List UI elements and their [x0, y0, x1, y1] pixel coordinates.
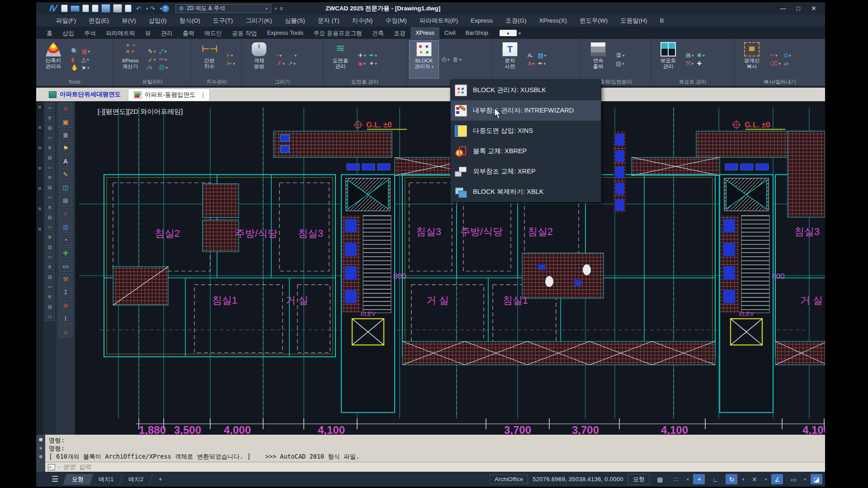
caret-icon[interactable] — [533, 61, 535, 66]
left-toolbar-icon[interactable] — [45, 183, 55, 192]
ribbon-collapse-button[interactable] — [500, 30, 517, 36]
grid-toggle[interactable] — [654, 474, 666, 484]
erase-icon[interactable] — [277, 61, 282, 67]
boundary-copy-button[interactable]: 경계선 복사 — [737, 41, 766, 78]
quickbar-menu-icon[interactable] — [277, 4, 286, 13]
text-style-icon[interactable]: 🅰 — [538, 52, 543, 59]
pen-tool-icon[interactable] — [159, 56, 164, 63]
menu-parametric[interactable]: 파라메트릭(P) — [413, 15, 465, 27]
command-dropdown-icon[interactable] — [58, 465, 60, 469]
layer-match-icon[interactable] — [369, 61, 374, 67]
caret-icon[interactable] — [165, 49, 167, 54]
left-toolbar-icon[interactable] — [45, 252, 55, 261]
block-tool-icon[interactable] — [81, 48, 87, 55]
ribbon-tab-home[interactable]: 홈 — [42, 27, 57, 39]
doc-tab-elevation[interactable]: 아파트-동평입면도 | — [128, 89, 210, 101]
menu-view[interactable]: 뷰(V) — [115, 15, 142, 27]
red-block-icon[interactable] — [277, 52, 279, 59]
dim-style-icon[interactable] — [227, 52, 230, 59]
menu-text[interactable]: 문자 (T) — [311, 15, 346, 27]
pencil-tool-icon[interactable] — [59, 169, 72, 180]
grid-tool-icon[interactable] — [59, 195, 72, 206]
ortho-toggle[interactable] — [709, 474, 721, 484]
osnap-toggle[interactable] — [749, 474, 760, 484]
caret-icon[interactable] — [778, 61, 781, 66]
caret-icon[interactable] — [165, 57, 167, 62]
text-red-icon[interactable] — [528, 61, 532, 67]
vp-arrow-icon[interactable] — [686, 61, 690, 67]
xpress-calculator-button[interactable]: ＋ −× ÷ XPress 계산기 — [116, 41, 145, 78]
drawing-canvas[interactable]: ▦▦▦▦▦▦▦ — [36, 101, 825, 435]
menu-item-block-copy[interactable]: BLOCK 복제하기: XBLK — [451, 182, 601, 202]
left-toolbar-icon[interactable] — [45, 163, 55, 172]
menu-symbol[interactable]: 심볼(S) — [278, 15, 311, 27]
caret-icon[interactable] — [293, 61, 296, 66]
status-menu-icon[interactable] — [52, 474, 58, 484]
caret-icon[interactable] — [294, 53, 297, 58]
text-dictionary-button[interactable]: T 문자 사전 — [495, 41, 524, 78]
command-grip-icon[interactable] — [39, 436, 42, 442]
arc-tool-icon[interactable] — [59, 234, 72, 246]
menu-file[interactable]: 파일(F) — [50, 15, 82, 27]
left-toolbar-icon[interactable] — [45, 302, 55, 311]
polar-tracking-toggle[interactable] — [726, 474, 737, 484]
block-manager-button[interactable]: BLOCK 관리자 — [410, 41, 439, 78]
left-toolbar-icon[interactable] — [45, 272, 55, 281]
arrow-tool-icon[interactable] — [148, 56, 153, 63]
lineweight-dropdown-icon[interactable] — [804, 477, 806, 482]
left-toolbar-icon[interactable] — [45, 123, 55, 132]
left-toolbar-icon[interactable] — [45, 113, 55, 122]
caret-icon[interactable] — [623, 53, 625, 58]
ibeam-tool-icon[interactable] — [59, 313, 72, 324]
menu-clipped[interactable]: B — [654, 15, 670, 26]
text-pen-icon[interactable] — [538, 61, 543, 67]
caret-icon[interactable] — [283, 61, 285, 66]
menu-edit[interactable]: 편집(E) — [82, 15, 115, 27]
left-toolbar-icon[interactable] — [45, 282, 55, 291]
pattern-tool-icon[interactable] — [59, 221, 72, 233]
menu-draw[interactable]: 그리기(K) — [239, 15, 278, 27]
caret-icon[interactable] — [364, 53, 366, 58]
rect-tool-icon[interactable] — [59, 260, 72, 272]
menu-item-block-manager[interactable]: BLOCK 관리자: XUSBLK — [451, 80, 601, 100]
close-button[interactable]: ✕ — [807, 4, 821, 13]
new-file-icon[interactable] — [61, 5, 68, 12]
group-label-draw[interactable]: 그리기 — [242, 78, 323, 86]
print-icon[interactable] — [113, 4, 122, 13]
caret-icon[interactable] — [447, 57, 449, 62]
window-tool-icon[interactable] — [59, 182, 72, 193]
polar-dropdown-icon[interactable] — [742, 477, 744, 482]
left-toolbar-icon[interactable] — [45, 212, 55, 221]
m-tool-icon[interactable] — [159, 65, 165, 71]
block-print-icon[interactable] — [442, 56, 446, 63]
hash-tool-icon[interactable] — [59, 208, 72, 220]
layout-tab-layout1[interactable]: 배치1 — [90, 474, 123, 485]
caret-icon[interactable] — [154, 49, 156, 54]
undo-icon[interactable] — [134, 4, 143, 13]
layer-fly-icon[interactable] — [358, 52, 363, 59]
group-label-tools[interactable]: Tools — [36, 78, 113, 86]
menu-dimension[interactable]: 치수(N) — [346, 15, 379, 27]
ribbon-tab-barshop[interactable]: BarShop — [460, 27, 493, 39]
ribbon-tab-parametric[interactable]: 파라메트릭 — [101, 27, 140, 39]
vp-star-icon[interactable] — [697, 52, 702, 59]
command-history[interactable]: 명령:명령:[ 610개의 블록이 ArchiOffice/XPress 객체로… — [45, 435, 825, 462]
hand-tool-icon[interactable] — [71, 65, 78, 71]
menu-landscape[interactable]: 조경(G) — [499, 15, 533, 27]
caret-icon[interactable] — [691, 61, 693, 66]
hammer-tool-icon[interactable] — [59, 273, 72, 285]
maximize-button[interactable]: □ — [792, 4, 805, 13]
menu-item-multi-insert[interactable]: 다중도면 삽입: XINS — [451, 121, 601, 141]
layout-tab-model[interactable]: 모형 — [63, 474, 93, 485]
continuous-print-button[interactable]: 연속 출력 — [584, 41, 613, 78]
save-icon[interactable] — [82, 5, 89, 12]
flag-icon[interactable] — [59, 142, 72, 154]
help-icon[interactable] — [162, 5, 169, 12]
sheet-list-icon[interactable] — [616, 61, 621, 67]
compass-tool-icon[interactable] — [81, 56, 86, 63]
open-file-icon[interactable] — [71, 5, 80, 12]
osnap-dropdown-icon[interactable] — [765, 477, 767, 482]
caret-icon[interactable] — [87, 57, 89, 62]
caret-icon[interactable] — [459, 57, 462, 62]
left-toolbar-icon[interactable] — [45, 103, 55, 112]
